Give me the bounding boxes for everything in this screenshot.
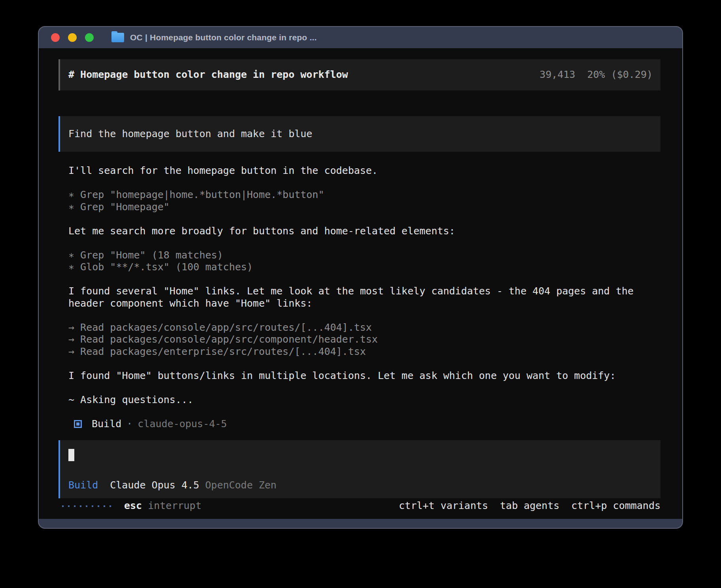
titlebar[interactable]: OC | Homepage button color change in rep…: [39, 27, 682, 48]
spinner-dot: [80, 505, 81, 507]
close-button[interactable]: [51, 33, 60, 42]
context-usage: 20% ($0.29): [587, 69, 653, 81]
terminal-content[interactable]: # Homepage button color change in repo w…: [39, 48, 682, 519]
agent-line: Build · claude-opus-4-5: [68, 418, 661, 430]
assistant-status-line: ~ Asking questions...: [68, 394, 661, 406]
spinner-dot: [74, 505, 75, 507]
user-message: Find the homepage button and make it blu…: [59, 116, 661, 152]
keyboard-hints: ctrl+t variants tab agents ctrl+p comman…: [399, 500, 661, 512]
spinner-dot: [104, 505, 105, 507]
token-count: 39,413: [540, 69, 575, 81]
commands-label: commands: [613, 500, 661, 512]
window-bottom-strip: [39, 519, 682, 528]
ctrl-p-key: ctrl+p: [571, 500, 607, 512]
spinner-dot: [92, 505, 93, 507]
agents-label: agents: [524, 500, 559, 512]
tool-call-line: ∗ Grep "Homepage": [68, 201, 661, 213]
folder-icon: [111, 33, 124, 42]
app-window: OC | Homepage button color change in rep…: [38, 26, 683, 529]
text-cursor: [68, 449, 74, 461]
spinner-dot: [62, 505, 64, 507]
traffic-lights: [51, 33, 94, 42]
session-header: # Homepage button color change in repo w…: [59, 59, 661, 90]
tool-call-line: ∗ Grep "Home" (18 matches): [68, 249, 661, 262]
tool-call-line: ∗ Grep "homepage|home.*button|Home.*butt…: [68, 189, 661, 201]
read-file-line: → Read packages/console/app/src/routes/[…: [68, 322, 661, 334]
desktop-background: OC | Homepage button color change in rep…: [0, 0, 721, 588]
tool-call-group: ∗ Grep "homepage|home.*button|Home.*butt…: [68, 189, 661, 213]
status-bar: esc interrupt ctrl+t variants tab agents…: [59, 498, 661, 518]
session-title: # Homepage button color change in repo w…: [68, 69, 348, 81]
maximize-button[interactable]: [85, 33, 94, 42]
dot-separator: ·: [126, 418, 132, 430]
hint-commands: ctrl+p commands: [571, 500, 661, 512]
read-file-line: → Read packages/enterprise/src/routes/[.…: [68, 346, 661, 358]
assistant-paragraph: I found "Home" buttons/links in multiple…: [68, 370, 661, 382]
tab-key: tab: [500, 500, 518, 512]
session-stats: 39,413 20% ($0.29): [540, 69, 653, 81]
spinner-dots: [62, 505, 111, 507]
variants-label: variants: [440, 500, 488, 512]
tool-call-line: ∗ Glob "**/*.tsx" (100 matches): [68, 261, 661, 273]
spinner-dot: [98, 505, 99, 507]
assistant-conversation: I'll search for the homepage button in t…: [68, 165, 661, 430]
agent-name: Build: [92, 418, 121, 430]
prompt-input[interactable]: Build Claude Opus 4.5 OpenCode Zen: [59, 440, 661, 498]
read-file-line: → Read packages/console/app/src/componen…: [68, 334, 661, 346]
user-message-text: Find the homepage button and make it blu…: [68, 128, 653, 140]
assistant-paragraph: I'll search for the homepage button in t…: [68, 165, 661, 177]
ctrl-t-key: ctrl+t: [399, 500, 434, 512]
hint-interrupt: esc interrupt: [124, 500, 202, 512]
hint-variants: ctrl+t variants: [399, 500, 488, 512]
input-status: Build Claude Opus 4.5 OpenCode Zen: [68, 479, 653, 492]
agent-icon: [74, 420, 82, 428]
tool-call-group: ∗ Grep "Home" (18 matches) ∗ Glob "**/*.…: [68, 249, 661, 273]
tool-call-group: → Read packages/console/app/src/routes/[…: [68, 322, 661, 358]
spinner-dot: [68, 505, 70, 507]
assistant-paragraph: Let me search more broadly for buttons a…: [68, 225, 661, 237]
esc-key: esc: [124, 500, 142, 511]
minimize-button[interactable]: [68, 33, 77, 42]
spinner-dot: [86, 505, 87, 507]
assistant-paragraph: I found several "Home" links. Let me loo…: [68, 285, 661, 309]
window-title: OC | Homepage button color change in rep…: [130, 33, 317, 42]
status-provider: OpenCode Zen: [205, 479, 277, 492]
agent-model: claude-opus-4-5: [138, 418, 227, 430]
interrupt-label: interrupt: [148, 500, 201, 511]
hint-agents: tab agents: [500, 500, 559, 512]
status-model: Claude Opus 4.5: [110, 479, 199, 492]
spinner-dot: [109, 505, 111, 507]
status-agent: Build: [68, 479, 98, 492]
